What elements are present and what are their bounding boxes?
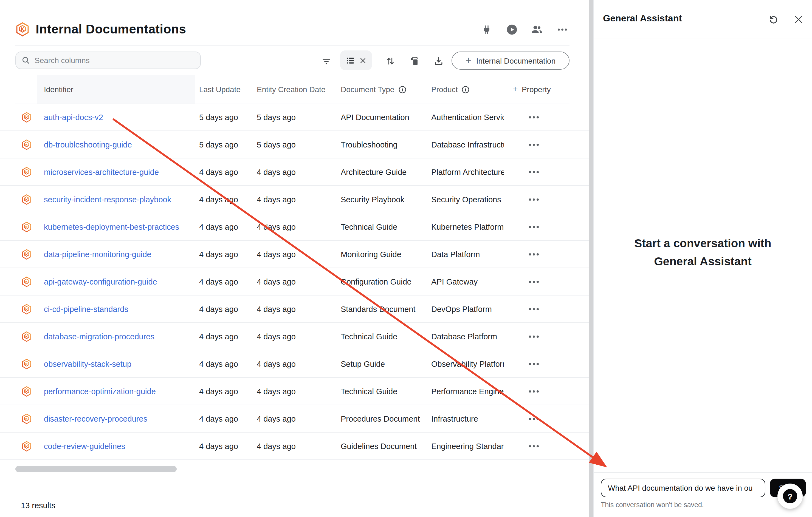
identifier-link[interactable]: observability-stack-setup	[44, 359, 132, 368]
row-more-icon[interactable]	[527, 140, 541, 149]
table-row[interactable]: microservices-architecture-guide 4 days …	[0, 158, 589, 186]
header-actions	[480, 23, 569, 36]
identifier-cell: code-review-guidelines	[37, 432, 195, 459]
identifier-link[interactable]: disaster-recovery-procedures	[44, 414, 147, 423]
property-cell	[504, 405, 570, 432]
horizontal-scrollbar[interactable]	[16, 466, 177, 472]
clear-x-icon[interactable]	[359, 57, 367, 64]
assistant-input[interactable]	[601, 479, 765, 497]
row-more-icon[interactable]	[527, 250, 541, 258]
document-type-cell: Procedures Document	[336, 405, 427, 432]
identifier-cell: api-gateway-configuration-guide	[37, 268, 195, 295]
identifier-link[interactable]: kubernetes-deployment-best-practices	[44, 222, 179, 231]
product-cell: Database Infrastructure	[427, 131, 504, 158]
document-type-cell: Monitoring Guide	[336, 241, 427, 268]
reset-icon[interactable]	[767, 13, 780, 25]
identifier-link[interactable]: auth-api-docs-v2	[44, 113, 103, 121]
row-more-icon[interactable]	[527, 277, 541, 286]
identifier-link[interactable]: ci-cd-pipeline-standards	[44, 305, 128, 313]
entity-logo-icon	[16, 103, 37, 130]
table-row[interactable]: disaster-recovery-procedures 4 days ago …	[0, 405, 589, 432]
column-header-last-update[interactable]: Last Update	[195, 75, 252, 103]
table-row[interactable]: database-migration-procedures 4 days ago…	[0, 323, 589, 350]
document-type-cell: Guidelines Document	[336, 432, 427, 459]
column-header-product[interactable]: Product	[427, 75, 504, 103]
table-row[interactable]: ci-cd-pipeline-standards 4 days ago 4 da…	[0, 296, 589, 323]
search-input[interactable]	[35, 56, 195, 65]
document-type-cell: Technical Guide	[336, 213, 427, 240]
vertical-scrollbar[interactable]	[589, 0, 593, 517]
close-icon[interactable]	[792, 13, 804, 25]
header-divider	[16, 45, 570, 45]
table-row[interactable]: auth-api-docs-v2 5 days ago 5 days ago A…	[0, 103, 589, 131]
identifier-cell: performance-optimization-guide	[37, 378, 195, 405]
download-icon[interactable]	[431, 54, 445, 68]
table-row[interactable]: code-review-guidelines 4 days ago 4 days…	[0, 432, 589, 460]
row-more-icon[interactable]	[527, 414, 541, 423]
property-cell	[504, 432, 570, 459]
identifier-cell: db-troubleshooting-guide	[37, 131, 195, 158]
table-row[interactable]: security-incident-response-playbook 4 da…	[0, 186, 589, 213]
row-more-icon[interactable]	[527, 387, 541, 396]
identifier-link[interactable]: data-pipeline-monitoring-guide	[44, 250, 151, 258]
row-more-icon[interactable]	[527, 442, 541, 450]
table-row[interactable]: db-troubleshooting-guide 5 days ago 5 da…	[0, 131, 589, 158]
entity-logo-icon	[16, 158, 37, 185]
table-row[interactable]: data-pipeline-monitoring-guide 4 days ag…	[0, 241, 589, 268]
add-property-button[interactable]: + Property	[504, 75, 570, 103]
document-type-cell: API Documentation	[336, 103, 427, 130]
screen: K Internal Documentations	[0, 0, 812, 517]
identifier-link[interactable]: code-review-guidelines	[44, 442, 125, 450]
info-icon[interactable]	[398, 85, 407, 93]
filter-icon[interactable]	[319, 54, 334, 68]
play-circle-icon[interactable]	[505, 23, 519, 36]
info-icon[interactable]	[462, 85, 470, 93]
sort-icon[interactable]	[383, 54, 397, 68]
column-header-document-type[interactable]: Document Type	[336, 75, 427, 103]
search-icon	[21, 56, 30, 65]
row-more-icon[interactable]	[527, 113, 541, 121]
entity-creation-date-cell: 4 days ago	[252, 268, 336, 295]
identifier-link[interactable]: security-incident-response-playbook	[44, 195, 171, 204]
property-cell	[504, 103, 570, 130]
identifier-link[interactable]: db-troubleshooting-guide	[44, 140, 132, 149]
entity-logo-icon	[16, 405, 37, 432]
entity-logo-icon	[16, 213, 37, 240]
people-icon[interactable]	[530, 23, 544, 36]
product-cell: Platform Architecture	[427, 158, 504, 185]
row-more-icon[interactable]	[527, 359, 541, 368]
identifier-link[interactable]: api-gateway-configuration-guide	[44, 277, 157, 286]
identifier-link[interactable]: database-migration-procedures	[44, 332, 154, 341]
help-button[interactable]: ?	[777, 484, 803, 509]
column-header-entity-creation-date[interactable]: Entity Creation Date	[252, 75, 336, 103]
entity-logo-icon	[16, 323, 37, 350]
column-header-identifier[interactable]: Identifier	[37, 75, 195, 103]
app-logo-icon	[16, 22, 30, 36]
product-cell: Database Platform	[427, 323, 504, 350]
row-more-icon[interactable]	[527, 195, 541, 204]
table-row[interactable]: performance-optimization-guide 4 days ag…	[0, 378, 589, 405]
identifier-link[interactable]: microservices-architecture-guide	[44, 168, 159, 176]
copy-icon[interactable]	[407, 54, 422, 68]
add-internal-documentation-button[interactable]: + Internal Documentation	[452, 52, 570, 70]
document-type-cell: Technical Guide	[336, 323, 427, 350]
more-horizontal-icon[interactable]	[555, 23, 569, 36]
entity-creation-date-cell: 5 days ago	[252, 131, 336, 158]
assistant-disclaimer: This conversation won't be saved.	[601, 501, 704, 509]
entity-creation-date-cell: 4 days ago	[252, 350, 336, 377]
document-type-cell: Architecture Guide	[336, 158, 427, 185]
row-more-icon[interactable]	[527, 305, 541, 313]
table-body: auth-api-docs-v2 5 days ago 5 days ago A…	[0, 103, 589, 460]
row-more-icon[interactable]	[527, 222, 541, 231]
row-more-icon[interactable]	[527, 332, 541, 341]
last-update-cell: 5 days ago	[195, 131, 252, 158]
row-more-icon[interactable]	[527, 168, 541, 176]
view-toggle[interactable]	[340, 51, 372, 70]
table-row[interactable]: observability-stack-setup 4 days ago 4 d…	[0, 350, 589, 378]
identifier-link[interactable]: performance-optimization-guide	[44, 387, 156, 396]
table-row[interactable]: api-gateway-configuration-guide 4 days a…	[0, 268, 589, 296]
last-update-cell: 4 days ago	[195, 378, 252, 405]
plug-icon[interactable]	[480, 23, 493, 36]
table-row[interactable]: kubernetes-deployment-best-practices 4 d…	[0, 213, 589, 241]
document-type-cell: Configuration Guide	[336, 268, 427, 295]
